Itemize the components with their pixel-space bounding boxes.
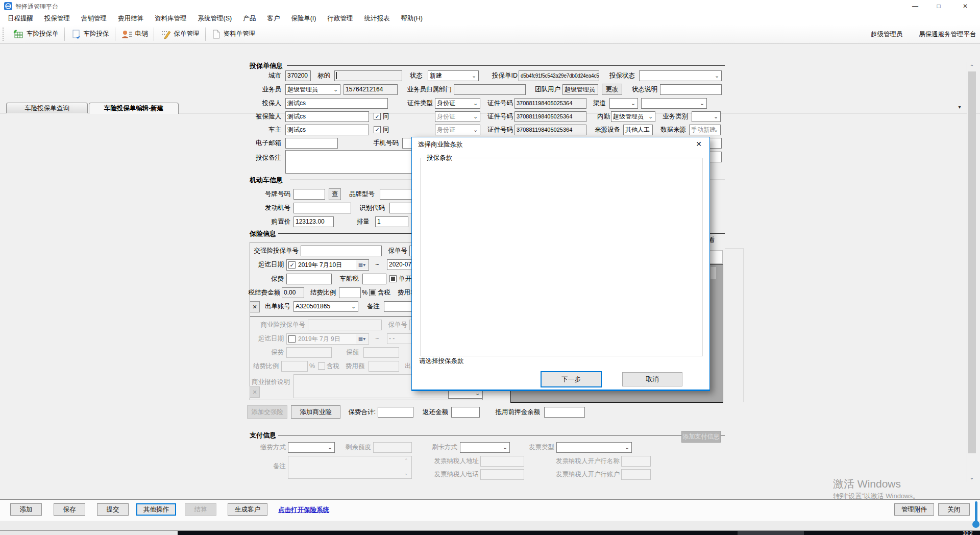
current-user: 超级管理员 [871, 25, 903, 44]
apply-status-select[interactable]: ⌄ [639, 70, 722, 81]
menu-database[interactable]: 资料库管理 [149, 12, 192, 25]
account-select[interactable]: A320501865⌄ [293, 301, 358, 312]
jq-premium-label: 保费 [248, 274, 284, 284]
tab-edit-new[interactable]: 车险投保单编辑-新建 [89, 103, 179, 114]
id-no-input[interactable]: 370881198405025364 [514, 98, 586, 109]
refund-input[interactable] [451, 407, 480, 418]
plate-input[interactable] [293, 189, 325, 200]
menu-insure-mgmt[interactable]: 投保管理 [39, 12, 76, 25]
vessel-tax-input[interactable] [362, 274, 386, 284]
tab-query[interactable]: 车险投保单查询 [6, 103, 88, 113]
email-input[interactable] [285, 138, 338, 149]
open-insurance-system-link[interactable]: 点击打开保险系统 [278, 504, 329, 516]
menu-policy[interactable]: 保险单(I) [285, 12, 322, 25]
save-button[interactable]: 保存 [54, 503, 85, 516]
owner-same-checkbox[interactable]: ✓ [374, 126, 381, 133]
add-button[interactable]: 添加 [10, 503, 42, 516]
jq-ratio-input[interactable] [339, 287, 361, 298]
insured-same-checkbox[interactable]: ✓ [374, 113, 381, 120]
status-note-input[interactable] [660, 84, 722, 95]
manage-attachments-button[interactable]: 管理附件 [894, 503, 934, 516]
biz-type-select[interactable]: ⌄ [692, 111, 721, 122]
jq-date-start-picker[interactable]: ✓ 2019年 7月10日 ▦▾ [286, 259, 369, 271]
tab-list-dropdown-icon[interactable]: ▾ [955, 104, 964, 110]
insured-id-no-input[interactable]: 370881198405025364 [514, 111, 586, 122]
menu-schedule[interactable]: 日程提醒 [2, 12, 39, 25]
owner-input[interactable]: 测试cs [285, 125, 369, 135]
engine-label: 发动机号 [244, 203, 290, 213]
salesman-phone-input[interactable]: 15764212164 [344, 84, 398, 95]
displacement-label: 排量 [339, 216, 370, 227]
status-select[interactable]: 新建⌄ [428, 70, 479, 81]
engine-input[interactable] [293, 203, 351, 213]
toolbar-policy-manage[interactable]: 保单管理 [156, 27, 204, 42]
toolbar-car-insure[interactable]: 车险投保 [66, 27, 114, 42]
status-note-label: 状态说明 [622, 84, 657, 95]
jq-date-checkbox[interactable]: ✓ [288, 261, 296, 269]
deposit-input[interactable] [544, 407, 585, 418]
close-button[interactable]: ✕ [950, 0, 980, 12]
scrollbar-thumb[interactable] [968, 71, 976, 453]
select-sy-terms-dialog: 选择商业险条款 ✕ 投保条款 请选择投保条款 下一步 取消 [411, 137, 710, 391]
sy-date-checkbox[interactable] [288, 335, 296, 343]
toolbar-telesale[interactable]: 电销 [117, 27, 153, 42]
maximize-button[interactable]: □ [927, 0, 950, 12]
partial-input[interactable] [708, 152, 722, 162]
insured-input[interactable]: 测试cs [285, 111, 369, 122]
taskbar[interactable]: 10:2 [178, 531, 980, 535]
menu-admin[interactable]: 行政管理 [322, 12, 358, 25]
taskbar-active-app[interactable] [738, 531, 804, 535]
partial-input[interactable] [708, 138, 722, 149]
menu-fee-settle[interactable]: 费用结算 [112, 12, 149, 25]
jq-remove-button[interactable]: ✕ [250, 301, 260, 312]
dialog-close-icon[interactable]: ✕ [694, 140, 703, 148]
submit-button[interactable]: 提交 [97, 503, 129, 516]
change-button[interactable]: 更改 [602, 84, 622, 95]
pen-indicator-dot [972, 521, 979, 528]
calendar-icon[interactable]: ▦▾ [356, 260, 368, 270]
other-ops-button[interactable]: 其他操作 [136, 503, 176, 516]
clerk-select[interactable]: 超级管理员⌄ [611, 111, 655, 122]
add-sy-button[interactable]: 添加商业险 [291, 405, 340, 419]
menu-report[interactable]: 统计报表 [358, 12, 395, 25]
premium-total-label: 保费合计: [343, 407, 376, 418]
tax-fee-input[interactable]: 0.00 [282, 287, 304, 298]
separate-checkbox[interactable] [389, 275, 397, 282]
source-select[interactable]: 其他人工⌄ [623, 125, 653, 135]
menu-help[interactable]: 帮助(H) [395, 12, 428, 25]
scroll-up-icon[interactable]: ⌃ [967, 62, 976, 71]
channel-select-2[interactable]: ⌄ [641, 98, 707, 109]
scroll-down-icon[interactable]: ⌄ [967, 473, 976, 482]
id-type-select[interactable]: 身份证⌄ [435, 98, 480, 109]
price-input[interactable]: 123123.00 [293, 216, 334, 227]
preview-panel-scrollbar[interactable] [710, 267, 716, 279]
menu-customer[interactable]: 客户 [261, 12, 285, 25]
premium-total-input[interactable] [378, 407, 413, 418]
salesman-select[interactable]: 超级管理员⌄ [285, 84, 340, 95]
policy-id-input[interactable]: d5b4fc91f5c542a29e7db0d24ea4c539 [519, 70, 599, 81]
vertical-scrollbar[interactable]: ⌃ ⌄ [967, 62, 976, 482]
team-input[interactable]: 超级管理员 [562, 84, 598, 95]
owner-id-no-input[interactable]: 370881198405025364 [514, 125, 586, 135]
menu-marketing[interactable]: 营销管理 [76, 12, 112, 25]
close-form-button[interactable]: 关闭 [938, 503, 970, 516]
generate-customer-button[interactable]: 生成客户 [228, 503, 267, 516]
menu-product[interactable]: 产品 [237, 12, 261, 25]
apply-status-label: 投保状态 [599, 70, 635, 81]
menu-system[interactable]: 系统管理(S) [192, 12, 238, 25]
channel-select-1[interactable]: ⌄ [609, 98, 638, 109]
jq-premium-input[interactable] [286, 274, 332, 284]
tax-incl-checkbox[interactable] [369, 289, 376, 296]
toolbar-car-apply[interactable]: 车险投保单 [8, 27, 63, 42]
next-button[interactable]: 下一步 [541, 371, 602, 387]
owner-label: 车主 [235, 125, 281, 135]
minimize-button[interactable]: — [903, 0, 927, 12]
displacement-input[interactable]: 1 [375, 216, 408, 227]
status-label: 状态 [387, 70, 423, 81]
toolbar-doc-manage[interactable]: 资料单管理 [207, 27, 260, 42]
jq-apply-no-input[interactable] [301, 246, 382, 256]
mobile-label: 手机号码 [368, 138, 399, 149]
cancel-button[interactable]: 取消 [622, 372, 682, 386]
dept-input[interactable] [454, 84, 526, 95]
applicant-input[interactable]: 测试cs [285, 98, 388, 109]
